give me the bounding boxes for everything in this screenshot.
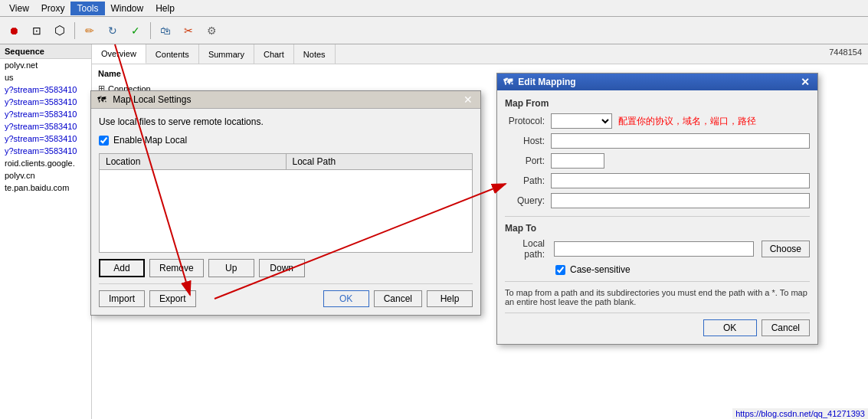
toolbar-sep1 <box>74 22 75 39</box>
list-item[interactable]: te.pan.baidu.com <box>0 182 91 194</box>
edit-mapping-icon: 🗺 <box>503 77 513 87</box>
far-right-number: 7448154 <box>823 44 868 64</box>
path-input[interactable] <box>551 173 810 188</box>
map-local-footer: Import Export OK Cancel Help <box>99 283 473 307</box>
map-local-dialog-body: Use local files to serve remote location… <box>91 109 480 315</box>
map-local-dialog: 🗺 Map Local Settings ✕ Use local files t… <box>90 90 481 316</box>
list-item[interactable]: y?stream=3583410 <box>0 133 91 145</box>
menu-view[interactable]: View <box>3 2 35 15</box>
refresh-btn[interactable]: ↻ <box>102 20 123 41</box>
path-row: Path: <box>505 173 810 188</box>
enable-map-local-row: Enable Map Local <box>99 135 473 146</box>
tab-contents[interactable]: Contents <box>146 44 199 64</box>
edit-mapping-close-button[interactable]: ✕ <box>799 77 811 87</box>
tools-btn[interactable]: ✂ <box>178 20 199 41</box>
enable-map-local-checkbox[interactable] <box>99 136 109 146</box>
map-from-label: Map From <box>505 98 810 109</box>
port-label: Port: <box>505 155 551 166</box>
local-path-label: Local path: <box>505 238 551 260</box>
list-item[interactable]: y?stream=3583410 <box>0 96 91 108</box>
menu-help[interactable]: Help <box>149 2 181 15</box>
toolbar: ⏺ ⊡ ⬡ ✏ ↻ ✓ 🛍 ✂ ⚙ <box>0 17 868 44</box>
menu-proxy[interactable]: Proxy <box>35 2 71 15</box>
case-sensitive-checkbox[interactable] <box>555 265 565 275</box>
map-local-description: Use local files to serve remote location… <box>99 116 473 127</box>
map-local-close-button[interactable]: ✕ <box>462 94 474 105</box>
mapping-table: Location Local Path <box>99 153 473 253</box>
path-label: Path: <box>505 175 551 186</box>
settings-btn[interactable]: ⚙ <box>201 20 222 41</box>
protocol-hint: 配置你的协议，域名，端口，路径 <box>618 115 756 128</box>
edit-mapping-body: Map From Protocol: 配置你的协议，域名，端口，路径 Host:… <box>497 90 817 344</box>
export-button[interactable]: Export <box>149 290 196 307</box>
local-path-col-header: Local Path <box>287 154 473 169</box>
edit-mapping-footer: OK Cancel <box>505 313 810 336</box>
bottom-url: https://blog.csdn.net/qq_41271393 <box>732 408 868 419</box>
host-label: Host: <box>505 136 551 146</box>
remove-mapping-button[interactable]: Remove <box>149 259 204 277</box>
port-row: Port: <box>505 153 810 169</box>
tab-notes[interactable]: Notes <box>294 44 336 64</box>
local-path-row: Local path: Choose <box>505 238 810 260</box>
tab-chart[interactable]: Chart <box>254 44 294 64</box>
map-local-ok-button[interactable]: OK <box>323 290 369 307</box>
query-input[interactable] <box>551 193 810 208</box>
menu-bar: View Proxy Tools Window Help <box>0 0 868 17</box>
info-text: To map from a path and its subdirectorie… <box>505 281 810 306</box>
case-sensitive-row: Case-sensitive <box>555 264 810 275</box>
map-local-help-button[interactable]: Help <box>427 290 473 307</box>
list-item[interactable]: us <box>0 71 91 83</box>
edit-mapping-cancel-button[interactable]: Cancel <box>762 319 810 336</box>
import-button[interactable]: Import <box>99 290 145 307</box>
protocol-row: Protocol: 配置你的协议，域名，端口，路径 <box>505 113 810 129</box>
map-local-cancel-button[interactable]: Cancel <box>374 290 422 307</box>
toolbar-sep2 <box>150 22 151 39</box>
sequence-header: Sequence <box>0 44 91 59</box>
query-row: Query: <box>505 193 810 208</box>
enable-map-local-label: Enable Map Local <box>113 135 187 146</box>
menu-window[interactable]: Window <box>105 2 150 15</box>
choose-button[interactable]: Choose <box>762 241 810 257</box>
intercept-btn[interactable]: ⊡ <box>26 20 47 41</box>
list-item[interactable]: polyv.net <box>0 59 91 71</box>
tab-bar: Overview Contents Summary Chart Notes 74… <box>92 44 868 64</box>
add-mapping-button[interactable]: Add <box>99 259 145 277</box>
protocol-select[interactable] <box>551 113 612 129</box>
mapping-action-buttons: Add Remove Up Down <box>99 259 473 277</box>
record-btn[interactable]: ⏺ <box>3 20 25 41</box>
script-btn[interactable]: ✏ <box>79 20 100 41</box>
edit-mapping-dialog: 🗺 Edit Mapping ✕ Map From Protocol: 配置你的… <box>496 73 818 345</box>
host-input[interactable] <box>551 133 810 149</box>
edit-mapping-dialog-title: 🗺 Edit Mapping ✕ <box>497 74 817 90</box>
map-to-label: Map To <box>505 223 810 234</box>
tab-overview[interactable]: Overview <box>92 44 146 64</box>
map-local-dialog-title: 🗺 Map Local Settings ✕ <box>91 91 480 109</box>
bag-btn[interactable]: 🛍 <box>155 20 176 41</box>
list-item[interactable]: y?stream=3583410 <box>0 145 91 157</box>
case-sensitive-label: Case-sensitive <box>570 264 631 275</box>
tab-summary[interactable]: Summary <box>199 44 254 64</box>
down-mapping-button[interactable]: Down <box>259 259 305 277</box>
map-to-section: Map To Local path: Choose Case-sensitive <box>505 216 810 275</box>
host-row: Host: <box>505 133 810 149</box>
list-item[interactable]: y?stream=3583410 <box>0 83 91 96</box>
local-path-input[interactable] <box>554 241 754 257</box>
list-item[interactable]: y?stream=3583410 <box>0 108 91 120</box>
check-btn[interactable]: ✓ <box>125 20 146 41</box>
left-panel: Sequence polyv.net us y?stream=3583410 y… <box>0 44 92 419</box>
list-item[interactable]: roid.clients.google. <box>0 157 91 169</box>
location-col-header: Location <box>100 154 287 169</box>
list-item[interactable]: polyv.cn <box>0 169 91 182</box>
port-input[interactable] <box>551 153 604 169</box>
list-item[interactable]: y?stream=3583410 <box>0 120 91 133</box>
edit-mapping-ok-button[interactable]: OK <box>703 319 757 336</box>
map-icon: 🗺 <box>97 95 106 104</box>
browse-btn[interactable]: ⬡ <box>49 20 70 41</box>
menu-tools[interactable]: Tools <box>70 2 104 15</box>
up-mapping-button[interactable]: Up <box>208 259 254 277</box>
protocol-label: Protocol: <box>505 116 551 126</box>
query-label: Query: <box>505 195 551 206</box>
mapping-table-header: Location Local Path <box>100 154 472 170</box>
